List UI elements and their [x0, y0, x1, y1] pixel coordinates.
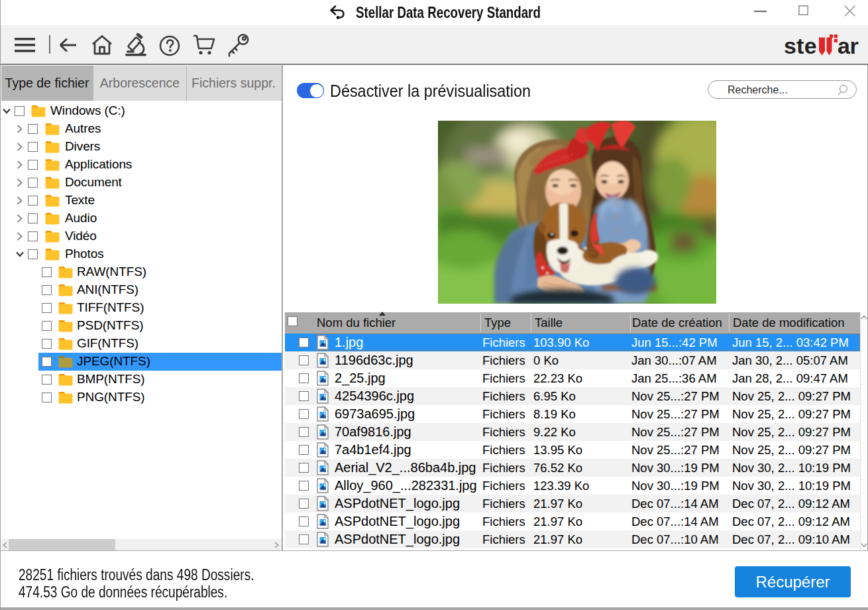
svg-text:ste: ste: [784, 33, 817, 58]
svg-text:ar: ar: [838, 33, 858, 58]
